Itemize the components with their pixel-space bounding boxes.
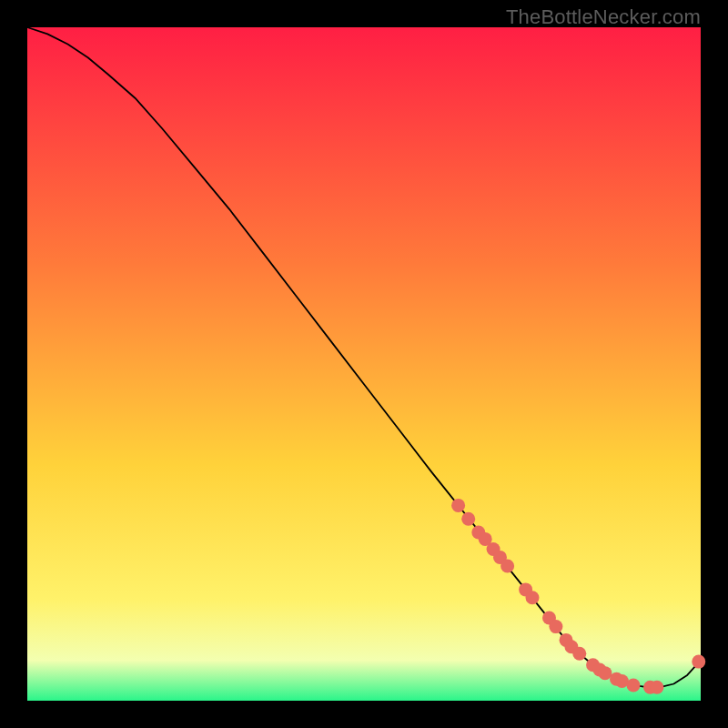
chart-overlay: [27, 27, 701, 701]
highlight-dot: [461, 512, 475, 526]
chart-container: TheBottleNecker.com: [0, 0, 728, 728]
highlight-dots: [451, 499, 705, 694]
highlight-dot: [650, 681, 663, 694]
highlight-dot: [627, 678, 641, 692]
highlight-dot: [451, 499, 465, 512]
watermark-text: TheBottleNecker.com: [506, 5, 701, 29]
highlight-dot: [526, 591, 540, 604]
plot-area: [27, 27, 701, 701]
highlight-dot: [549, 620, 562, 633]
highlight-dot: [572, 647, 586, 661]
bottleneck-curve: [27, 27, 701, 687]
highlight-dot: [692, 655, 705, 669]
highlight-dot: [500, 560, 514, 573]
